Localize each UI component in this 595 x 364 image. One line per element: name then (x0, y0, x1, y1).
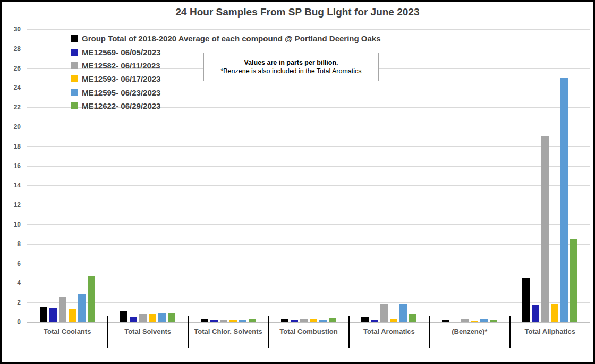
category-label: Total Coolants (27, 327, 107, 335)
y-tick-label-30: 30 (14, 25, 21, 33)
y-tick-label-20: 20 (14, 123, 21, 131)
bar-me12582 (139, 314, 147, 322)
bar-me12595 (158, 313, 166, 322)
bar-me12595 (400, 304, 407, 322)
category-label: Total Aromatics (349, 327, 429, 335)
group-divider (509, 316, 511, 348)
bar-me12622 (88, 276, 95, 322)
bar-group (120, 311, 128, 322)
y-tick-label-12: 12 (14, 201, 21, 209)
bar-group (522, 278, 530, 322)
bar-group (281, 319, 288, 322)
bar-group (40, 307, 47, 322)
legend-label: Group Total of 2018-2020 Average of each… (82, 34, 381, 43)
chart-canvas: 24 Hour Samples From SP Bug Light for Ju… (0, 0, 595, 364)
bar-group-6: (Benzene)* (429, 29, 509, 322)
bar-group (201, 319, 208, 322)
bar-me12595 (78, 294, 86, 322)
bar-me12593 (69, 309, 76, 322)
y-tick-label-26: 26 (14, 65, 21, 72)
annotation-benzene-text: *Benzene is also included in the Total A… (220, 67, 361, 75)
legend-swatch-icon (71, 102, 78, 109)
y-tick-label-10: 10 (14, 221, 21, 228)
bar-me12593 (551, 304, 558, 322)
group-divider (429, 316, 430, 348)
bar-me12593 (390, 319, 397, 322)
group-divider (188, 316, 189, 348)
y-axis: 024681012141618202224262830 (2, 29, 24, 322)
y-tick-label-24: 24 (14, 84, 21, 91)
y-tick-label-16: 16 (14, 162, 21, 170)
legend-swatch-icon (71, 62, 78, 69)
bar-me12595 (239, 320, 246, 322)
bar-cluster (429, 29, 509, 322)
annotation-box: Values are in parts per billion. *Benzen… (203, 53, 379, 81)
y-tick-label-2: 2 (17, 299, 21, 306)
y-tick-label-4: 4 (17, 279, 21, 287)
legend-row-5: ME12595- 06/23/2023 (71, 86, 381, 99)
bar-me12595 (480, 319, 488, 322)
group-divider (268, 316, 269, 348)
category-label: Total Chlor. Solvents (188, 327, 268, 335)
bar-me12582 (300, 319, 308, 322)
legend-swatch-icon (71, 75, 78, 82)
annotation-units-text: Values are in parts per billion. (244, 59, 338, 66)
y-tick-label-8: 8 (17, 240, 21, 248)
bar-cluster (510, 29, 590, 322)
bar-me12569 (210, 320, 218, 322)
legend-row-6: ME12622- 06/29/2023 (71, 99, 381, 112)
bar-me12569 (49, 308, 57, 322)
group-divider (107, 316, 108, 348)
legend-label: ME12622- 06/29/2023 (82, 101, 160, 110)
bar-group (442, 320, 449, 322)
bar-group-7: Total Aliphatics (510, 29, 590, 322)
bar-me12569 (532, 305, 539, 322)
legend-swatch-icon (71, 89, 78, 96)
bar-me12622 (409, 314, 416, 322)
bar-group (361, 317, 369, 322)
legend-row-1: Group Total of 2018-2020 Average of each… (71, 32, 381, 45)
bar-me12595 (560, 78, 568, 322)
group-divider (348, 316, 350, 348)
bar-me12593 (471, 321, 478, 322)
legend-label: ME12595- 06/23/2023 (82, 88, 160, 97)
bar-me12582 (380, 304, 388, 322)
bar-me12622 (168, 313, 175, 322)
gridline-y-0 (27, 322, 590, 323)
bar-me12582 (59, 297, 66, 322)
y-tick-label-6: 6 (17, 260, 21, 267)
legend-label: ME12582- 06/11/2023 (82, 61, 160, 70)
legend-swatch-icon (71, 49, 78, 56)
chart-title: 24 Hour Samples From SP Bug Light for Ju… (2, 6, 593, 18)
legend-swatch-icon (71, 35, 78, 42)
y-tick-label-28: 28 (14, 45, 21, 53)
y-tick-label-0: 0 (17, 318, 21, 326)
bar-me12569 (371, 320, 378, 322)
category-label: Total Solvents (107, 327, 188, 335)
bar-me12569 (291, 320, 298, 322)
category-label: Total Aliphatics (510, 327, 590, 335)
legend-label: ME12593- 06/17/2023 (82, 74, 160, 83)
bar-me12582 (461, 319, 469, 322)
bar-me12622 (490, 320, 497, 322)
bar-me12622 (249, 319, 256, 322)
category-label: Total Combustion (268, 327, 348, 335)
y-tick-label-18: 18 (14, 143, 21, 150)
bar-me12593 (310, 319, 317, 322)
bar-me12569 (130, 317, 137, 322)
bar-me12582 (541, 136, 549, 322)
bar-me12595 (319, 320, 327, 322)
category-label: (Benzene)* (429, 327, 509, 335)
y-tick-label-22: 22 (14, 103, 21, 111)
bar-me12593 (230, 320, 237, 322)
bar-me12582 (220, 320, 227, 322)
legend-label: ME12569- 06/05/2023 (82, 48, 160, 57)
bar-me12622 (329, 318, 336, 322)
bar-me12593 (149, 314, 156, 322)
y-tick-label-14: 14 (14, 181, 21, 189)
bar-me12622 (570, 239, 577, 322)
